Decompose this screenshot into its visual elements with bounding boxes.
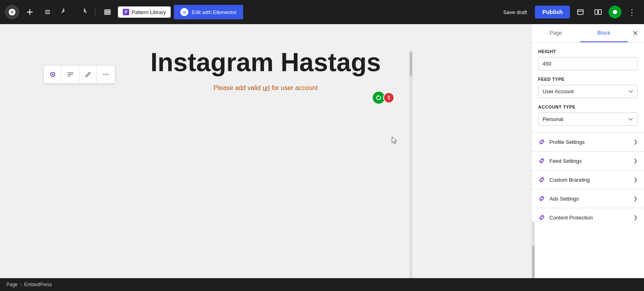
accordion-header-custom-branding[interactable]: Custom Branding ❯ (532, 170, 644, 189)
canvas-content: Instagram Hastags Please add valid url f… (0, 24, 531, 278)
height-input[interactable] (538, 57, 638, 70)
svg-point-8 (52, 74, 54, 75)
editor-view-button[interactable] (591, 5, 605, 19)
notifications: 1 (373, 92, 394, 104)
block-toolbar (43, 65, 115, 84)
undo-button[interactable] (58, 5, 72, 19)
toolbar: P Pattern Library e Edit with Elementor … (0, 0, 644, 24)
main-area: Instagram Hastags Please add valid url f… (0, 24, 644, 278)
breadcrumb-page[interactable]: Page (6, 282, 18, 287)
link-icon-ads (538, 195, 545, 202)
more-options-button[interactable]: ⋮ (625, 5, 639, 19)
pattern-library-icon: P (123, 9, 129, 15)
breadcrumb: Page › EmbedPress (0, 278, 644, 291)
svg-point-13 (105, 74, 107, 75)
breadcrumb-current: EmbedPress (24, 282, 52, 287)
align-button[interactable] (62, 66, 79, 83)
svg-rect-3 (105, 12, 110, 13)
chevron-icon-ads-settings: ❯ (634, 196, 638, 201)
link-icon-content-protection (538, 214, 545, 221)
sidebar-body: HEIGHT FEED TYPE User Account Hashtag Lo… (532, 43, 644, 221)
tab-page[interactable]: Page (532, 24, 580, 42)
chevron-icon-feed-settings: ❯ (634, 158, 638, 164)
account-type-select[interactable]: Personal Business (538, 113, 638, 126)
list-view-button[interactable] (100, 5, 115, 19)
link-icon-profile (538, 138, 545, 146)
chevron-icon-content-protection: ❯ (634, 215, 638, 220)
error-message: Please add valid url for user account (214, 84, 318, 92)
canvas-scrollbar[interactable] (409, 50, 413, 278)
more-block-options-button[interactable] (97, 66, 115, 83)
svg-rect-1 (27, 12, 33, 12)
accordion-feed-settings: Feed Settings ❯ (532, 151, 644, 170)
page-view-button[interactable] (573, 5, 588, 19)
account-type-label: ACCOUNT TYPE (538, 105, 638, 109)
svg-rect-6 (595, 10, 598, 14)
feed-type-select[interactable]: User Account Hashtag Location (538, 85, 638, 98)
svg-point-14 (107, 74, 109, 75)
block-type-button[interactable] (44, 66, 62, 83)
url-link[interactable]: url (262, 84, 270, 91)
feed-type-label: FEED TYPE (538, 77, 638, 82)
accordion-title-content-protection: Content Protection (549, 215, 630, 221)
canvas-area: Instagram Hastags Please add valid url f… (0, 24, 531, 278)
pattern-library-button[interactable]: P Pattern Library (118, 6, 171, 18)
chevron-icon-custom-branding: ❯ (634, 177, 638, 182)
publish-button[interactable]: Publish (535, 6, 570, 18)
accordion-title-ads-settings: Ads Settings (549, 196, 630, 202)
edit-elementor-button[interactable]: e Edit with Elementor (174, 5, 243, 19)
svg-rect-4 (105, 13, 110, 14)
tools-button[interactable] (40, 5, 55, 19)
accordion-header-feed-settings[interactable]: Feed Settings ❯ (532, 152, 644, 170)
accordion-title-profile-settings: Profile Settings (549, 139, 630, 145)
svg-rect-7 (599, 10, 601, 14)
accordion-ads-settings: Ads Settings ❯ (532, 189, 644, 208)
height-label: HEIGHT (538, 49, 638, 54)
accordion-title-custom-branding: Custom Branding (549, 177, 630, 183)
svg-rect-2 (105, 10, 110, 11)
tab-block[interactable]: Block (580, 24, 628, 42)
svg-point-12 (103, 74, 105, 75)
accordion-header-content-protection[interactable]: Content Protection ❯ (532, 208, 644, 221)
page-title: Instagram Hastags (151, 48, 381, 76)
accordion-title-feed-settings: Feed Settings (549, 158, 630, 164)
redo-button[interactable] (76, 5, 90, 19)
toolbar-divider (95, 7, 95, 17)
update-button[interactable] (609, 6, 621, 18)
accordion-header-ads-settings[interactable]: Ads Settings ❯ (532, 189, 644, 208)
link-icon-custom-branding (538, 176, 545, 183)
accordion-header-profile-settings[interactable]: Profile Settings ❯ (532, 133, 644, 151)
sidebar-scrollbar-thumb (532, 246, 535, 278)
add-block-button[interactable] (23, 5, 37, 19)
chevron-icon-profile-settings: ❯ (634, 139, 638, 145)
link-icon-feed (538, 157, 545, 164)
edit-button[interactable] (79, 66, 97, 83)
wp-logo[interactable] (5, 5, 19, 19)
save-draft-button[interactable]: Save draft (498, 7, 532, 18)
alert-notification[interactable]: 1 (383, 92, 394, 103)
sidebar-header: Page Block ✕ (532, 24, 644, 43)
canvas-scrollbar-thumb (410, 52, 412, 76)
svg-rect-5 (578, 10, 583, 14)
accordion-profile-settings: Profile Settings ❯ (532, 132, 644, 151)
accordion-custom-branding: Custom Branding ❯ (532, 170, 644, 189)
sidebar-close-button[interactable]: ✕ (628, 26, 642, 41)
breadcrumb-separator: › (20, 282, 22, 287)
sidebar-scrollbar[interactable] (532, 221, 535, 278)
elementor-icon: e (180, 8, 188, 16)
accordion-content-protection: Content Protection ❯ (532, 208, 644, 221)
sidebar: Page Block ✕ HEIGHT FEED TYPE User Accou… (531, 24, 644, 278)
